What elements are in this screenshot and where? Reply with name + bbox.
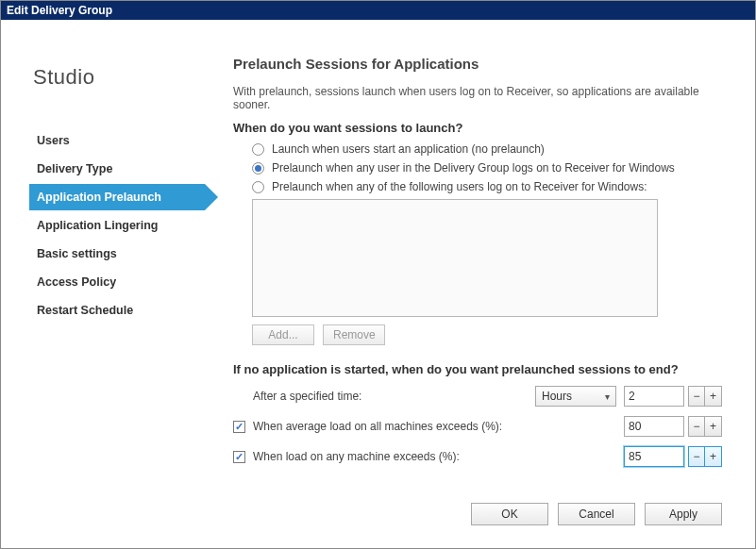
any-load-input[interactable] <box>624 446 684 467</box>
time-label: After a specified time: <box>233 390 535 403</box>
radio-label: Launch when users start an application (… <box>272 142 545 156</box>
time-increment[interactable]: + <box>705 386 722 407</box>
radio-icon <box>252 162 264 175</box>
sidebar-item-delivery-type[interactable]: Delivery Type <box>29 156 205 182</box>
any-load-label: When load on any machine exceeds (%): <box>233 450 535 463</box>
remove-button[interactable]: Remove <box>323 324 385 345</box>
radio-no-prelaunch[interactable]: Launch when users start an application (… <box>252 142 722 156</box>
cancel-button[interactable]: Cancel <box>558 503 635 525</box>
avg-load-decrement[interactable]: − <box>688 416 705 437</box>
ok-button[interactable]: OK <box>471 503 548 525</box>
dialog-window: Edit Delivery Group Studio Users Deliver… <box>0 0 756 549</box>
radio-label: Prelaunch when any of the following user… <box>272 180 647 193</box>
page-title: Prelaunch Sessions for Applications <box>233 56 722 72</box>
row-any-load: When load on any machine exceeds (%): − … <box>233 446 722 467</box>
any-load-increment[interactable]: + <box>705 446 722 467</box>
sidebar-item-users[interactable]: Users <box>29 127 205 154</box>
avg-load-label: When average load on all machines exceed… <box>233 420 535 433</box>
sidebar-item-restart-schedule[interactable]: Restart Schedule <box>29 297 205 324</box>
avg-load-checkbox[interactable] <box>233 421 245 433</box>
avg-load-increment[interactable]: + <box>705 416 722 437</box>
any-load-checkbox[interactable] <box>233 451 245 463</box>
titlebar: Edit Delivery Group <box>1 1 755 20</box>
sidebar-item-app-lingering[interactable]: Application Lingering <box>29 212 205 239</box>
add-button[interactable]: Add... <box>252 324 314 345</box>
row-avg-load: When average load on all machines exceed… <box>233 416 722 437</box>
time-unit-select[interactable]: Hours <box>535 386 616 407</box>
window-title: Edit Delivery Group <box>7 4 112 17</box>
launch-question: When do you want sessions to launch? <box>233 121 722 135</box>
radio-icon <box>252 181 264 193</box>
time-decrement[interactable]: − <box>688 386 705 407</box>
apply-button[interactable]: Apply <box>645 503 722 525</box>
radio-specific-users[interactable]: Prelaunch when any of the following user… <box>252 180 722 193</box>
sidebar-item-access-policy[interactable]: Access Policy <box>29 269 205 295</box>
sidebar-item-basic-settings[interactable]: Basic settings <box>29 241 205 267</box>
main-panel: Prelaunch Sessions for Applications With… <box>205 39 746 539</box>
user-listbox[interactable] <box>252 199 658 317</box>
radio-icon <box>252 143 264 156</box>
dialog-body: Studio Users Delivery Type Application P… <box>1 20 755 548</box>
any-load-decrement[interactable]: − <box>688 446 705 467</box>
radio-label: Prelaunch when any user in the Delivery … <box>272 161 675 175</box>
row-after-time: After a specified time: Hours − + <box>233 386 722 407</box>
app-brand: Studio <box>33 65 205 90</box>
sidebar: Studio Users Delivery Type Application P… <box>10 39 205 539</box>
radio-any-user[interactable]: Prelaunch when any user in the Delivery … <box>252 161 722 175</box>
user-list-buttons: Add... Remove <box>252 324 722 345</box>
dialog-buttons: OK Cancel Apply <box>462 503 722 525</box>
avg-load-input[interactable] <box>624 416 684 437</box>
sidebar-item-app-prelaunch[interactable]: Application Prelaunch <box>29 184 205 210</box>
time-value-input[interactable] <box>624 386 684 407</box>
end-question: If no application is started, when do yo… <box>233 362 722 376</box>
intro-text: With prelaunch, sessions launch when use… <box>233 85 722 111</box>
